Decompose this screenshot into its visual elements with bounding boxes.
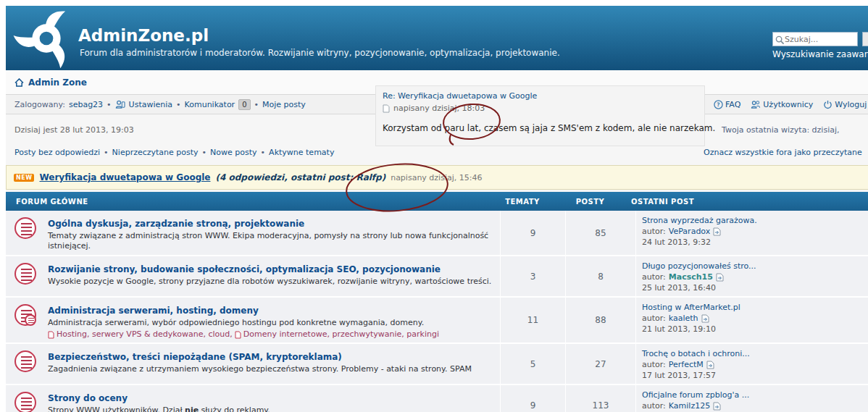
- tooltip-post-excerpt: Korzystam od paru lat, czasem są jaja z …: [383, 123, 698, 133]
- logout-link[interactable]: Wyloguj: [823, 99, 867, 109]
- my-posts-link[interactable]: Moje posty: [262, 100, 306, 109]
- lastpost-author-link[interactable]: Kamilz125: [669, 400, 710, 411]
- quicklink-unread[interactable]: Nieprzeczytane posty: [112, 148, 199, 157]
- search-submit-button[interactable]: [862, 32, 868, 46]
- lastpost-title-link[interactable]: Hosting w AfterMarket.pl: [642, 303, 740, 312]
- lastpost-author-link[interactable]: PerfectM: [669, 359, 704, 370]
- tooltip-topic-link[interactable]: Re: Weryfikacja dwuetapowa w Google: [383, 91, 698, 101]
- forum-icon: [14, 392, 39, 412]
- announcement-title-link[interactable]: Weryfikacja dwuetapowa w Google: [39, 172, 210, 182]
- last-visit-text: Twoja ostatnia wizyta: dzisiaj,: [722, 125, 840, 135]
- forum-title-link[interactable]: Bezpieczeństwo, treści niepożądane (SPAM…: [48, 352, 342, 362]
- profile-icon: [115, 99, 125, 109]
- forum-row: Bezpieczeństwo, treści niepożądane (SPAM…: [6, 344, 868, 385]
- forum-subforum-icon: [14, 304, 39, 329]
- users-icon: [751, 99, 761, 109]
- home-icon: [14, 77, 24, 88]
- advanced-search-link[interactable]: Wyszukiwanie zaawansowane: [772, 49, 868, 59]
- forum-icon: [14, 217, 39, 242]
- global-announcement: NEW Weryfikacja dwuetapowa w Google (4 o…: [6, 165, 868, 190]
- subforum-links: Hosting, serwery VPS & dedykowane, cloud…: [48, 329, 439, 339]
- topics-count: 5: [500, 344, 565, 384]
- mark-forums-read-link[interactable]: Oznacz wszystkie fora jako przeczytane: [704, 148, 862, 157]
- forum-row: Administracja serwerami, hosting, domeny…: [6, 298, 868, 344]
- forum-title-link[interactable]: Rozwijanie strony, budowanie społecznośc…: [48, 264, 441, 274]
- forum-title-link[interactable]: Administracja serwerami, hosting, domeny: [48, 306, 259, 316]
- quicklink-unanswered[interactable]: Posty bez odpowiedzi: [14, 148, 100, 157]
- goto-post-icon[interactable]: [716, 272, 724, 282]
- power-icon: [823, 99, 832, 109]
- logged-in-label: Zalogowany:: [14, 100, 65, 109]
- messenger-count-badge: 0: [238, 99, 250, 110]
- posts-count: 88: [565, 298, 635, 342]
- goto-post-icon[interactable]: [713, 226, 721, 237]
- site-logo[interactable]: [10, 7, 83, 70]
- forum-description: Zagadnienia związane z utrzymaniem wysok…: [48, 364, 472, 374]
- posts-count: 8: [565, 256, 635, 296]
- forum-description: Administracja serwerami, wybór odpowiedn…: [48, 318, 439, 328]
- messenger-link[interactable]: Komunikator: [185, 100, 235, 109]
- quicklink-active[interactable]: Aktywne tematy: [269, 148, 334, 157]
- topics-count: 9: [500, 211, 565, 255]
- quicklinks-row: Posty bez odpowiedzi • Nieprzeczytane po…: [6, 143, 868, 165]
- forum-title-link[interactable]: Ogólna dyskusja, zarządzanie stroną, pro…: [48, 219, 304, 229]
- goto-post-icon[interactable]: [713, 400, 721, 411]
- posts-count: 113: [565, 385, 635, 412]
- announcement-replies-meta: (4 odpowiedzi, ostatni post: Ralfp): [215, 172, 385, 182]
- forum-description: Strony WWW użytkowników. Dział nie służy…: [48, 405, 270, 412]
- announcement-posted-meta: napisany dzisiaj, 15:46: [391, 173, 482, 182]
- forum-row: Rozwijanie strony, budowanie społecznośc…: [6, 256, 868, 298]
- settings-link[interactable]: Ustawienia: [129, 100, 172, 109]
- forum-row: Ogólna dyskusja, zarządzanie stroną, pro…: [6, 211, 868, 256]
- breadcrumb-home-link[interactable]: Admin Zone: [14, 77, 87, 88]
- quicklink-new[interactable]: Nowe posty: [210, 148, 257, 157]
- current-date-text: Dzisiaj jest 28 lut 2013, 19:03: [14, 125, 134, 135]
- topics-count: 9: [500, 385, 565, 412]
- search-box[interactable]: [772, 32, 858, 46]
- subforum-link[interactable]: Domeny internetowe, przechwytywanie, par…: [243, 329, 439, 339]
- search-icon: [775, 33, 785, 46]
- new-badge: NEW: [14, 174, 34, 182]
- svg-text:?: ?: [717, 101, 719, 108]
- lastpost-title-link[interactable]: Długo pozycjonowałeś stro...: [642, 261, 756, 271]
- lastpost-date: 24 lut 2013, 9:32: [642, 237, 711, 247]
- topics-count: 3: [500, 256, 565, 296]
- lastpost-author-link[interactable]: Macsch15: [669, 272, 713, 282]
- lastpost-title-link[interactable]: Oficjalne forum zpblog'a ...: [642, 390, 749, 400]
- column-header-topics: TEMATY: [490, 198, 555, 206]
- subforum-page-icon: [235, 329, 241, 339]
- username-link[interactable]: sebag23: [69, 100, 103, 109]
- site-tagline: Forum dla administratorów i moderatorów.…: [80, 48, 560, 58]
- site-banner: AdminZone.pl Forum dla administratorów i…: [6, 6, 868, 70]
- search-input[interactable]: [785, 35, 851, 44]
- topics-count: 11: [500, 298, 565, 342]
- column-header-lastpost: OSTATNI POST: [625, 198, 694, 206]
- lastpost-date: 17 lut 2013, 17:57: [642, 371, 716, 380]
- faq-link[interactable]: ? FAQ: [714, 99, 740, 109]
- goto-post-icon[interactable]: [701, 313, 709, 324]
- posts-count: 85: [565, 211, 635, 255]
- subforum-link[interactable]: Hosting, serwery VPS & dedykowane, cloud…: [57, 329, 233, 339]
- lastpost-title-link[interactable]: Strona wyprzedaż garażowa.: [642, 216, 757, 225]
- tooltip-posted-meta: napisany dzisiaj, 18:03: [393, 104, 485, 113]
- lastpost-author-link[interactable]: kaaleth: [669, 313, 698, 324]
- subforum-page-icon: [48, 329, 54, 339]
- post-page-icon: [383, 104, 390, 113]
- forum-icon: [14, 350, 39, 375]
- lastpost-title-link[interactable]: Trochę o botach i ochroni...: [642, 349, 750, 358]
- goto-post-icon[interactable]: [706, 359, 714, 370]
- forum-description: Wysokie pozycje w Google, strony przyjaz…: [48, 277, 491, 287]
- forum-description: Tematy związane z administracją stron WW…: [48, 231, 494, 251]
- topic-preview-tooltip: Re: Weryfikacja dwuetapowa w Google napi…: [375, 85, 705, 146]
- forum-title-link[interactable]: Strony do oceny: [48, 393, 128, 403]
- column-header-posts: POSTY: [555, 198, 625, 206]
- site-title[interactable]: AdminZone.pl: [78, 26, 209, 45]
- category-title: FORUM GŁÓWNE: [6, 198, 490, 206]
- question-icon: ?: [714, 99, 723, 109]
- lastpost-date: 25 lut 2013, 16:40: [642, 283, 716, 293]
- posts-count: 27: [565, 344, 635, 384]
- forum-row: Strony do oceny Strony WWW użytkowników.…: [6, 385, 868, 412]
- lastpost-author-link[interactable]: VeParadox: [669, 226, 710, 237]
- users-link[interactable]: Użytkownicy: [751, 99, 813, 109]
- forum-icon: [14, 263, 39, 287]
